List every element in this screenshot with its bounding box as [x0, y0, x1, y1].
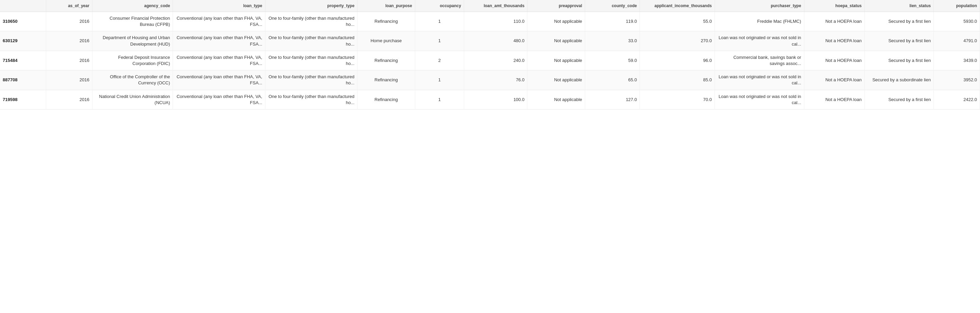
- cell-applicant_income_thousands: 96.0: [640, 51, 715, 70]
- cell-preapproval: Not applicable: [527, 70, 585, 90]
- cell-population: 3952.0: [934, 70, 980, 90]
- cell-id: 887708: [0, 70, 46, 90]
- col-header-loan-type[interactable]: loan_type: [173, 0, 265, 12]
- cell-agency_code: Office of the Comptroller of the Currenc…: [92, 70, 173, 90]
- cell-loan_type: Conventional (any loan other than FHA, V…: [173, 70, 265, 90]
- cell-population: 2422.0: [934, 90, 980, 109]
- cell-applicant_income_thousands: 85.0: [640, 70, 715, 90]
- col-header-as-of-year[interactable]: as_of_year: [46, 0, 92, 12]
- cell-loan_purpose: Home purchase: [358, 31, 415, 51]
- cell-county_code: 65.0: [585, 70, 640, 90]
- cell-hoepa_status: Not a HOEPA loan: [804, 51, 864, 70]
- cell-loan_purpose: Refinancing: [358, 12, 415, 31]
- cell-as_of_year: 2016: [46, 51, 92, 70]
- cell-population: 3439.0: [934, 51, 980, 70]
- table-row: 8877082016Office of the Comptroller of t…: [0, 70, 980, 90]
- cell-as_of_year: 2016: [46, 12, 92, 31]
- cell-applicant_income_thousands: 70.0: [640, 90, 715, 109]
- cell-loan_type: Conventional (any loan other than FHA, V…: [173, 12, 265, 31]
- cell-loan_amt_thousands: 480.0: [464, 31, 527, 51]
- col-header-loan-purpose[interactable]: loan_purpose: [358, 0, 415, 12]
- cell-purchaser_type: Loan was not originated or was not sold …: [714, 90, 804, 109]
- cell-loan_amt_thousands: 76.0: [464, 70, 527, 90]
- col-header-lien-status[interactable]: lien_status: [864, 0, 934, 12]
- cell-applicant_income_thousands: 270.0: [640, 31, 715, 51]
- table-row: 7195982016National Credit Union Administ…: [0, 90, 980, 109]
- table-header-row: as_of_year agency_code loan_type propert…: [0, 0, 980, 12]
- table-row: 3106502016Consumer Financial Protection …: [0, 12, 980, 31]
- data-table: as_of_year agency_code loan_type propert…: [0, 0, 980, 110]
- col-header-property-type[interactable]: property_type: [265, 0, 357, 12]
- cell-lien_status: Secured by a first lien: [864, 90, 934, 109]
- cell-lien_status: Secured by a subordinate lien: [864, 70, 934, 90]
- cell-loan_purpose: Refinancing: [358, 90, 415, 109]
- cell-preapproval: Not applicable: [527, 12, 585, 31]
- cell-purchaser_type: Loan was not originated or was not sold …: [714, 31, 804, 51]
- cell-property_type: One to four-family (other than manufactu…: [265, 70, 357, 90]
- col-header-applicant-income[interactable]: applicant_income_thousands: [640, 0, 715, 12]
- cell-county_code: 59.0: [585, 51, 640, 70]
- cell-agency_code: Consumer Financial Protection Bureau (CF…: [92, 12, 173, 31]
- cell-loan_amt_thousands: 110.0: [464, 12, 527, 31]
- cell-preapproval: Not applicable: [527, 31, 585, 51]
- cell-agency_code: Department of Housing and Urban Developm…: [92, 31, 173, 51]
- cell-as_of_year: 2016: [46, 90, 92, 109]
- col-header-id: [0, 0, 46, 12]
- cell-occupancy: 1: [415, 12, 464, 31]
- cell-id: 310650: [0, 12, 46, 31]
- cell-county_code: 127.0: [585, 90, 640, 109]
- cell-as_of_year: 2016: [46, 70, 92, 90]
- cell-loan_type: Conventional (any loan other than FHA, V…: [173, 51, 265, 70]
- col-header-occupancy[interactable]: occupancy: [415, 0, 464, 12]
- col-header-agency-code[interactable]: agency_code: [92, 0, 173, 12]
- cell-county_code: 119.0: [585, 12, 640, 31]
- cell-loan_purpose: Refinancing: [358, 70, 415, 90]
- cell-loan_amt_thousands: 100.0: [464, 90, 527, 109]
- cell-lien_status: Secured by a first lien: [864, 31, 934, 51]
- cell-id: 715484: [0, 51, 46, 70]
- cell-property_type: One to four-family (other than manufactu…: [265, 51, 357, 70]
- col-header-purchaser-type[interactable]: purchaser_type: [714, 0, 804, 12]
- cell-property_type: One to four-family (other than manufactu…: [265, 12, 357, 31]
- cell-as_of_year: 2016: [46, 31, 92, 51]
- cell-loan_type: Conventional (any loan other than FHA, V…: [173, 31, 265, 51]
- cell-lien_status: Secured by a first lien: [864, 51, 934, 70]
- cell-hoepa_status: Not a HOEPA loan: [804, 70, 864, 90]
- cell-agency_code: Federal Deposit Insurance Corporation (F…: [92, 51, 173, 70]
- cell-id: 630129: [0, 31, 46, 51]
- cell-preapproval: Not applicable: [527, 90, 585, 109]
- cell-purchaser_type: Freddie Mac (FHLMC): [714, 12, 804, 31]
- cell-occupancy: 1: [415, 31, 464, 51]
- cell-occupancy: 1: [415, 90, 464, 109]
- cell-population: 4791.0: [934, 31, 980, 51]
- cell-occupancy: 1: [415, 70, 464, 90]
- cell-hoepa_status: Not a HOEPA loan: [804, 90, 864, 109]
- cell-id: 719598: [0, 90, 46, 109]
- col-header-preapproval[interactable]: preapproval: [527, 0, 585, 12]
- cell-preapproval: Not applicable: [527, 51, 585, 70]
- col-header-loan-amt[interactable]: loan_amt_thousands: [464, 0, 527, 12]
- col-header-population[interactable]: population: [934, 0, 980, 12]
- col-header-hoepa-status[interactable]: hoepa_status: [804, 0, 864, 12]
- cell-purchaser_type: Loan was not originated or was not sold …: [714, 70, 804, 90]
- cell-loan_type: Conventional (any loan other than FHA, V…: [173, 90, 265, 109]
- cell-loan_amt_thousands: 240.0: [464, 51, 527, 70]
- cell-loan_purpose: Refinancing: [358, 51, 415, 70]
- cell-hoepa_status: Not a HOEPA loan: [804, 31, 864, 51]
- cell-purchaser_type: Commercial bank, savings bank or savings…: [714, 51, 804, 70]
- table-row: 7154842016Federal Deposit Insurance Corp…: [0, 51, 980, 70]
- cell-occupancy: 2: [415, 51, 464, 70]
- cell-agency_code: National Credit Union Administration (NC…: [92, 90, 173, 109]
- cell-applicant_income_thousands: 55.0: [640, 12, 715, 31]
- cell-property_type: One to four-family (other than manufactu…: [265, 31, 357, 51]
- cell-lien_status: Secured by a first lien: [864, 12, 934, 31]
- col-header-county-code[interactable]: county_code: [585, 0, 640, 12]
- cell-hoepa_status: Not a HOEPA loan: [804, 12, 864, 31]
- table-row: 6301292016Department of Housing and Urba…: [0, 31, 980, 51]
- cell-population: 5930.0: [934, 12, 980, 31]
- cell-county_code: 33.0: [585, 31, 640, 51]
- cell-property_type: One to four-family (other than manufactu…: [265, 90, 357, 109]
